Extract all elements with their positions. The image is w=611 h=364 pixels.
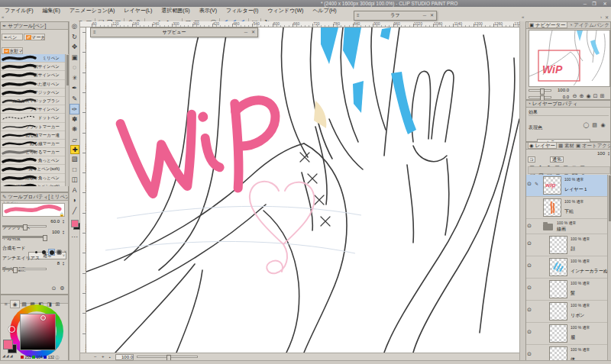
close-icon[interactable]: ✕ <box>430 11 434 19</box>
menu-アニメーション(A)[interactable]: アニメーション(A) <box>65 7 119 14</box>
floating-window-subview[interactable]: ≡ サブビュー ─ ✕ <box>90 27 258 37</box>
brush-tool-icon[interactable]: ✑ <box>70 104 79 114</box>
brush-item-ミリペン[interactable]: ミリペン <box>1 54 65 63</box>
layer-row-服[interactable]: ⊙100 % 通常服 <box>526 323 607 345</box>
menu-編集(E)[interactable]: 編集(E) <box>38 7 65 14</box>
subtool-tab-マーカー[interactable]: ✐マーカー <box>24 34 45 40</box>
canvas-zoom-slider[interactable] <box>137 356 198 358</box>
brush-item-フラットマーカー[interactable]: フラットマーカー <box>1 123 65 131</box>
bucket-tool-icon[interactable]: ✚ <box>70 145 79 154</box>
airbrush-tool-icon[interactable]: ✽ <box>70 114 79 125</box>
layers-tab-オートアクション[interactable]: ▣ オートアクション <box>576 143 610 148</box>
left-dock-collapse-icon[interactable]: « <box>2 14 4 19</box>
brush-item-ぬる線マーカー連[interactable]: ぬる線マーカー連 <box>1 131 65 140</box>
brush-item-とろけるマーカー[interactable]: とろけるマーカー <box>1 148 65 156</box>
layer-opacity-stepper[interactable]: ▴▾ <box>608 151 609 156</box>
color-history-icons[interactable]: ◢◢◢ <box>2 353 14 358</box>
menu-選択範囲(S)[interactable]: 選択範囲(S) <box>157 7 194 14</box>
brush-item-角っとペン(soft)[interactable]: 角っとペン(soft) <box>1 165 65 173</box>
wand-tool-icon[interactable]: ✳ <box>70 73 79 84</box>
menu-ウィンドウ(W)[interactable]: ウィンドウ(W) <box>263 7 308 14</box>
move-tool-icon[interactable]: ✥ <box>70 42 79 53</box>
layer-visibility-icon[interactable]: ⊙ <box>527 240 532 246</box>
color-tab-1[interactable]: ◉ <box>10 300 20 308</box>
menu-表示(V)[interactable]: 表示(V) <box>195 7 221 14</box>
zoom-in-button[interactable]: + <box>102 354 105 359</box>
effect-icon[interactable]: ▨ <box>590 121 599 128</box>
layer-property-tabs[interactable]: ◔ レイヤープロパティ <box>526 101 610 108</box>
brush-item-ラフサインペン[interactable]: ラフサインペン <box>1 105 65 114</box>
layer-thumbnail[interactable] <box>549 324 567 343</box>
brush-item-マジックペン[interactable]: マジックペン <box>1 89 65 97</box>
brush-item-細取り角っとペン[interactable]: 細取り角っとペン <box>1 174 65 182</box>
subtool-tab-水彩マー[interactable]: ✑水彩マー <box>2 47 23 54</box>
more-tools-icon[interactable]: ⋯ <box>70 232 79 243</box>
sv-selector[interactable] <box>40 315 46 321</box>
rotate-canvas-tool-icon[interactable]: ↻ <box>70 32 79 43</box>
panel-more-icon[interactable]: › <box>600 14 602 19</box>
layer-visibility-icon[interactable]: ⊙ <box>527 263 532 269</box>
stabilization-value[interactable]: 8 <box>57 261 60 266</box>
color-tab-0[interactable]: ≡ <box>2 301 10 308</box>
layers-tab-レイヤー[interactable]: ◉ レイヤー <box>528 143 557 149</box>
layer-visibility-icon[interactable]: ⊙ <box>527 181 532 187</box>
layer-thumbnail[interactable] <box>549 280 567 298</box>
brush-item-角っとペン[interactable]: 角っとペン <box>1 156 65 165</box>
aa-strong[interactable] <box>56 249 63 256</box>
close-icon[interactable]: ✕ <box>251 28 255 36</box>
brush-item-ドットペン[interactable]: ドットペン <box>1 114 65 122</box>
nav-zoom-slider[interactable] <box>529 89 551 92</box>
layer-visibility-icon[interactable]: ⊙ <box>527 223 532 229</box>
lock-icon[interactable]: 🔒 <box>60 212 64 217</box>
layer-row-下絵[interactable]: 100 % 通常下絵 <box>526 197 607 219</box>
layer-row-線画[interactable]: ⊙100 % 通常線画 <box>526 219 607 234</box>
floating-window-rough[interactable]: ≡ ラフ ─ ✕ <box>354 11 437 21</box>
aa-middle[interactable] <box>48 249 55 256</box>
prop-slider[interactable] <box>2 225 47 227</box>
prop-slider[interactable] <box>2 236 47 238</box>
layer-thumbnail[interactable]: wip <box>543 176 561 195</box>
layer-visibility-icon[interactable]: ⊙ <box>527 351 532 357</box>
sv-square[interactable] <box>20 314 56 350</box>
layers-tab-素材[interactable]: ▦ 素材 <box>558 143 574 148</box>
navigator-tab-ナビゲーター[interactable]: ▣ ナビゲーター <box>528 22 567 28</box>
color-tab-6[interactable]: ⊞ <box>53 301 62 308</box>
text-tool-icon[interactable]: A <box>70 185 79 196</box>
menu-フィルター(I)[interactable]: フィルター(I) <box>221 7 263 14</box>
brush-item-べた塗りペン[interactable]: べた塗りペン <box>1 80 65 89</box>
tool-color-swatches[interactable] <box>70 218 79 232</box>
layer-thumbnail[interactable] <box>543 198 561 217</box>
menu-ヘルプ(H)[interactable]: ヘルプ(H) <box>308 7 341 14</box>
frame-tool-icon[interactable]: ◫ <box>70 175 79 185</box>
panel-close-icon[interactable]: ✕ <box>605 14 609 20</box>
layer-opacity-value[interactable]: 100 <box>597 151 605 156</box>
layer-row-インナーカラーぬり[interactable]: ⊙100 % 通常インナーカラーぬり <box>526 256 607 279</box>
figure-tool-icon[interactable]: □ <box>70 165 79 176</box>
layer-row-リボン[interactable]: ⊙100 % 通常リボン <box>526 301 607 323</box>
navigator-tab-アイテムバンク[interactable]: ◔ アイテムバンク <box>570 22 609 27</box>
pen-tool-icon[interactable]: ✒ <box>70 83 79 94</box>
balloon-tool-icon[interactable]: ◗ <box>70 195 79 206</box>
zoom-out-button[interactable]: − <box>94 354 97 359</box>
aa-weak[interactable] <box>40 249 47 256</box>
zoom-value-field[interactable]: 100.0 <box>115 354 134 360</box>
layer-visibility-icon[interactable]: ⊙ <box>527 307 532 313</box>
decoration-tool-icon[interactable]: ❋ <box>70 124 79 135</box>
minimize-icon[interactable]: ─ <box>244 28 247 36</box>
layer-list-scrollbar[interactable] <box>607 175 611 364</box>
tool-property-footer-icon[interactable]: ⚙ <box>58 285 66 292</box>
subtool-tab-ペン[interactable]: ✒ペン <box>2 34 23 40</box>
eraser-tool-icon[interactable]: ▱ <box>70 135 79 146</box>
layer-thumbnail[interactable] <box>549 236 567 254</box>
layer-thumbnail[interactable] <box>549 258 567 276</box>
pencil-tool-icon[interactable]: ✎ <box>70 94 79 105</box>
main-color-swatch[interactable] <box>3 340 13 350</box>
canvas-viewport[interactable] <box>86 27 519 353</box>
ruler-tool-icon[interactable]: ╱ <box>70 206 79 217</box>
prop-value[interactable]: 100 <box>52 230 60 234</box>
nav-rotate-slider[interactable] <box>529 96 551 98</box>
zoom-tool-icon[interactable]: ◎ <box>70 21 79 32</box>
tool-property-footer-icon[interactable]: ⊙ <box>50 285 58 292</box>
aa-none[interactable] <box>33 249 40 256</box>
info-icon[interactable]: ⓘ <box>55 355 59 359</box>
